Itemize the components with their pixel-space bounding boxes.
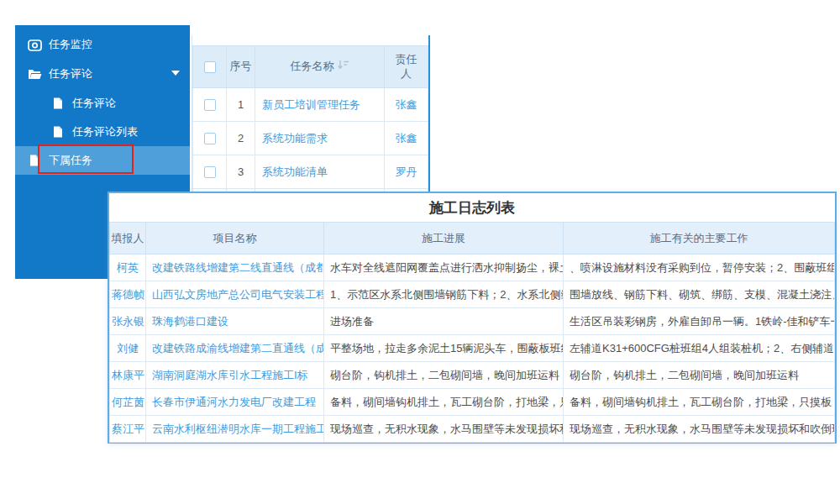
progress-cell: 1、示范区水系北侧围墙钢筋下料；2、水系北侧绿化...: [324, 281, 564, 308]
project-link[interactable]: 改建铁路线增建第二线直通线（成都-...: [146, 255, 324, 281]
work-cell: 左辅道K31+600CFG桩班组4人组装桩机；2、右侧辅道拼宽...: [564, 335, 835, 362]
row-checkbox[interactable]: [204, 133, 216, 144]
progress-cell: 备料，砌间墙钩机排土，瓦工砌台阶，打地梁，只摸...: [324, 389, 564, 416]
task-owner-link[interactable]: 罗丹: [385, 155, 428, 189]
sidebar-item-task-comment[interactable]: 任务评论: [15, 89, 190, 118]
task-table-header-row: 序号 任务名称: [193, 46, 428, 88]
document-icon: [50, 126, 66, 138]
task-no: 1: [227, 88, 255, 122]
column-header-no-label: 序号: [230, 60, 252, 73]
sidebar-item-label: 任务评论列表: [72, 124, 138, 139]
camera-icon: [27, 39, 42, 51]
project-link[interactable]: 云南水利枢纽潜明水库一期工程施工I标: [146, 416, 324, 443]
document-icon: [50, 97, 66, 109]
table-row: 1新员工培训管理任务张鑫: [193, 88, 428, 122]
log-row: 林康平湖南洞庭湖水库引水工程施工I标砌台阶，钩机排土，二包砌间墙，晚间加班运料砌…: [110, 362, 835, 389]
log-row: 蔡江平云南水利枢纽潜明水库一期工程施工I标现场巡查，无积水现象，水马围壁等未发现…: [110, 416, 835, 443]
reporter-link[interactable]: 蒋德帧: [110, 281, 146, 308]
task-name-link[interactable]: 系统功能清单: [255, 155, 385, 189]
construction-log-panel: 施工日志列表 填报人 项目名称 施工进展 施工有关的主要工作 柯英改建铁路线增建…: [108, 192, 837, 444]
progress-cell: 进场准备: [324, 308, 564, 335]
work-cell: 现场巡查，无积水现象，水马围壁等未发现损坏和吹倒现象 ...: [564, 416, 835, 443]
checkbox-cell: [193, 88, 227, 122]
table-row: 2系统功能需求张鑫: [193, 122, 428, 155]
task-name-link[interactable]: 系统功能需求: [255, 122, 385, 155]
task-no: 3: [227, 155, 255, 189]
task-name-link[interactable]: 新员工培训管理任务: [255, 88, 385, 122]
sidebar-item-label: 任务监控: [49, 37, 92, 52]
reporter-link[interactable]: 何芷茵: [110, 389, 146, 416]
sidebar-item-label: 任务评论: [72, 96, 116, 111]
column-header-work: 施工有关的主要工作: [564, 223, 835, 255]
log-row: 蒋德帧山西弘文房地产总公司电气安装工程1、示范区水系北侧围墙钢筋下料；2、水系北…: [110, 281, 835, 308]
project-link[interactable]: 山西弘文房地产总公司电气安装工程: [146, 281, 324, 308]
chevron-down-icon[interactable]: [171, 71, 180, 76]
progress-cell: 砌台阶，钩机排土，二包砌间墙，晚间加班运料: [324, 362, 564, 389]
page: 任务监控任务评论任务评论任务评论列表下属任务 序号 任务名称: [0, 0, 840, 504]
sidebar-item-label: 下属任务: [49, 153, 92, 168]
work-cell: 砌台阶，钩机排土，二包砌间墙，晚间加班运料: [564, 362, 835, 389]
panel-title: 施工日志列表: [109, 193, 835, 222]
work-cell: 生活区吊装彩钢房，外雇自卸吊一辆。1铁岭-佳和铲车一台: [564, 308, 835, 335]
reporter-link[interactable]: 刘健: [110, 335, 146, 362]
task-owner-link[interactable]: 张鑫: [385, 88, 428, 122]
task-no: 2: [227, 122, 255, 155]
sort-icon[interactable]: [338, 60, 349, 73]
log-row: 柯英改建铁路线增建第二线直通线（成都-...水车对全线遮阳网覆盖点进行洒水抑制扬…: [110, 255, 835, 281]
sidebar-item-task-comment-list[interactable]: 任务评论列表: [15, 118, 190, 146]
sidebar-item-sub-tasks[interactable]: 下属任务: [15, 146, 190, 175]
reporter-link[interactable]: 蔡江平: [110, 416, 146, 443]
work-cell: 、喷淋设施材料没有采购到位，暂停安装；2、围蔽班组以货...: [564, 255, 835, 281]
task-table-spacer: [192, 35, 428, 45]
sidebar-item-task-monitor[interactable]: 任务监控: [15, 30, 190, 59]
work-cell: 备料，砌间墙钩机排土，瓦工砌台阶，打地梁，只摸板，砌...: [564, 389, 835, 416]
project-link[interactable]: 长春市伊通河水力发电厂改建工程: [146, 389, 324, 416]
project-link[interactable]: 改建铁路成渝线增建第二直通线（成...: [146, 335, 324, 362]
reporter-link[interactable]: 张永银: [110, 308, 146, 335]
column-header-owner[interactable]: 责任人: [385, 46, 428, 88]
row-checkbox[interactable]: [204, 166, 216, 178]
reporter-link[interactable]: 林康平: [110, 362, 146, 389]
log-row: 刘健改建铁路成渝线增建第二直通线（成...平整场地，拉走多余泥土15辆泥头车，围…: [110, 335, 835, 362]
log-row: 何芷茵长春市伊通河水力发电厂改建工程备料，砌间墙钩机排土，瓦工砌台阶，打地梁，只…: [110, 389, 835, 416]
reporter-link[interactable]: 柯英: [110, 255, 146, 281]
task-table: 序号 任务名称: [192, 35, 430, 192]
column-header-project: 项目名称: [146, 223, 324, 255]
column-header-progress: 施工进展: [324, 223, 564, 255]
log-row: 张永银珠海鹤港口建设进场准备生活区吊装彩钢房，外雇自卸吊一辆。1铁岭-佳和铲车一…: [110, 308, 835, 335]
progress-cell: 现场巡查，无积水现象，水马围壁等未发现损坏和吹...: [324, 416, 564, 443]
select-all-cell: [193, 46, 227, 88]
sidebar-item-label: 任务评论: [49, 66, 92, 81]
select-all-checkbox[interactable]: [204, 61, 216, 73]
log-table-header-row: 填报人 项目名称 施工进展 施工有关的主要工作: [110, 223, 835, 255]
sidebar-item-task-comments[interactable]: 任务评论: [15, 59, 190, 89]
task-owner-link[interactable]: 张鑫: [385, 122, 428, 155]
table-row: 3系统功能清单罗丹: [193, 155, 428, 189]
project-link[interactable]: 湖南洞庭湖水库引水工程施工I标: [146, 362, 324, 389]
column-header-reporter: 填报人: [110, 223, 146, 255]
progress-cell: 平整场地，拉走多余泥土15辆泥头车，围蔽板班组没...: [324, 335, 564, 362]
progress-cell: 水车对全线遮阳网覆盖点进行洒水抑制扬尘，裸土覆...: [324, 255, 564, 281]
project-link[interactable]: 珠海鹤港口建设: [146, 308, 324, 335]
work-cell: 围墙放线、钢筋下料、砌筑、绑筋、支模、混凝土浇注、清...: [564, 281, 835, 308]
checkbox-cell: [193, 122, 227, 155]
column-header-no[interactable]: 序号: [227, 46, 255, 88]
row-checkbox[interactable]: [204, 99, 216, 111]
column-header-owner-label: 责任人: [395, 53, 418, 81]
checkbox-cell: [193, 155, 227, 189]
column-header-name-label: 任务名称: [291, 60, 334, 73]
document-icon: [27, 155, 42, 166]
column-header-name[interactable]: 任务名称: [255, 46, 385, 88]
folder-open-icon: [27, 69, 42, 80]
